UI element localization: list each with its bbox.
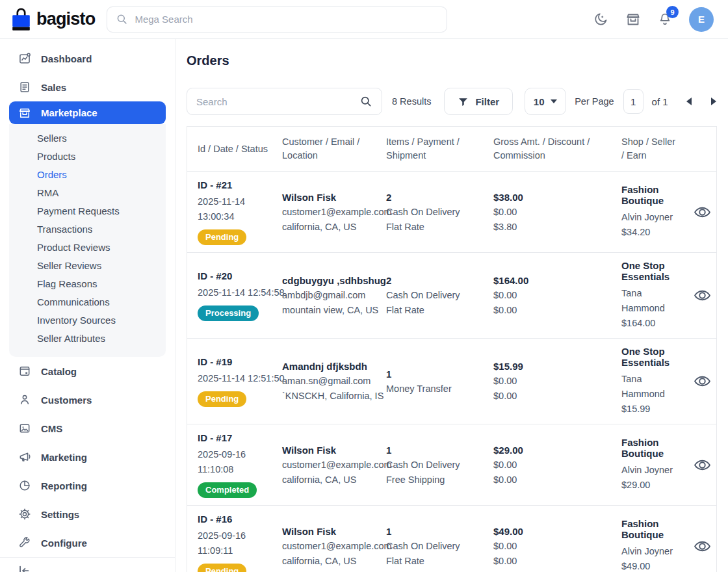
discount-amount: $0.00 bbox=[493, 539, 601, 554]
discount-amount: $0.00 bbox=[493, 205, 601, 220]
filter-funnel-icon bbox=[458, 96, 469, 107]
payment-method: Cash On Delivery bbox=[386, 458, 473, 473]
cell-amounts: $164.00 $0.00 $0.00 bbox=[483, 273, 611, 318]
shop-name: Fashion Boutique bbox=[621, 184, 676, 206]
sidebar-item-label: Reporting bbox=[41, 480, 87, 491]
customer-name: Wilson Fisk bbox=[282, 443, 365, 458]
gross-amount: $49.00 bbox=[493, 524, 601, 539]
cell-actions bbox=[686, 372, 718, 390]
sidebar-item-catalog[interactable]: Catalog bbox=[0, 357, 175, 385]
order-date: 2025-11-14 12:54:58 bbox=[198, 285, 261, 300]
seller-name: Alvin Joyner bbox=[621, 210, 676, 225]
sidebar-collapse-bar bbox=[0, 557, 175, 572]
page-title: Orders bbox=[187, 53, 717, 68]
items-count: 1 bbox=[386, 524, 473, 539]
sidebar-subitem-products[interactable]: Products bbox=[9, 148, 166, 166]
sidebar-subitem-payment-requests[interactable]: Payment Requests bbox=[9, 202, 166, 220]
gross-amount: $164.00 bbox=[493, 273, 601, 288]
sidebar-subitem-inventory-sources[interactable]: Inventory Sources bbox=[9, 311, 166, 330]
previous-page-icon[interactable] bbox=[686, 98, 692, 105]
shop-name: One Stop Essentials bbox=[621, 346, 676, 368]
sidebar-item-cms[interactable]: CMS bbox=[0, 414, 175, 443]
status-badge: Pending bbox=[198, 391, 246, 407]
customer-email: customer1@example.com bbox=[282, 458, 365, 473]
column-header: Id / Date / Status bbox=[187, 142, 272, 156]
sidebar-item-reporting[interactable]: Reporting bbox=[0, 471, 175, 500]
sidebar-item-dashboard[interactable]: Dashboard bbox=[0, 44, 175, 73]
avatar-initial: E bbox=[698, 14, 705, 25]
topbar-actions: 9 E bbox=[593, 7, 714, 32]
view-order-eye-icon[interactable] bbox=[694, 203, 711, 221]
sidebar-item-marketing[interactable]: Marketing bbox=[0, 443, 175, 471]
customer-location: `KNSCKH, California, IS bbox=[282, 389, 365, 404]
sidebar-subitem-flag-reasons[interactable]: Flag Reasons bbox=[9, 275, 166, 293]
sidebar-subitem-orders[interactable]: Orders bbox=[9, 166, 166, 184]
sidebar-subitem-communications[interactable]: Communications bbox=[9, 293, 166, 311]
sidebar-item-settings[interactable]: Settings bbox=[0, 500, 175, 528]
table-row: ID - #21 2025-11-14 13:00:34 Pending Wil… bbox=[187, 171, 716, 252]
cell-id-date-status: ID - #20 2025-11-14 12:54:58 Processing bbox=[187, 270, 272, 321]
discount-amount: $0.00 bbox=[493, 288, 601, 303]
table-search-input[interactable] bbox=[196, 96, 354, 107]
sidebar-subitem-transactions[interactable]: Transactions bbox=[9, 220, 166, 239]
marketing-icon bbox=[18, 450, 31, 463]
cell-items-payment: 1 Cash On Delivery Flat Rate bbox=[376, 524, 483, 569]
per-page-value: 10 bbox=[534, 96, 545, 107]
sidebar-item-marketplace[interactable]: Marketplace bbox=[9, 101, 166, 124]
order-id: ID - #21 bbox=[198, 179, 261, 192]
sidebar-item-customers[interactable]: Customers bbox=[0, 385, 175, 414]
sidebar-subitem-sellers[interactable]: Sellers bbox=[9, 129, 166, 148]
sidebar-subitem-product-reviews[interactable]: Product Reviews bbox=[9, 239, 166, 257]
customer-name: Amandnj dfjksbdh bbox=[282, 359, 365, 374]
page-number-input[interactable] bbox=[623, 89, 644, 114]
sidebar-subitem-rma[interactable]: RMA bbox=[9, 184, 166, 202]
cell-actions bbox=[686, 203, 718, 221]
column-header: Shop / Seller / Earn bbox=[611, 135, 686, 162]
seller-earn: $29.00 bbox=[621, 478, 676, 493]
view-order-eye-icon[interactable] bbox=[694, 287, 711, 304]
marketplace-icon bbox=[18, 107, 31, 120]
mega-search-input[interactable] bbox=[135, 14, 438, 25]
order-id: ID - #17 bbox=[198, 432, 261, 445]
order-id: ID - #19 bbox=[198, 356, 261, 369]
customer-location: california, CA, US bbox=[282, 554, 365, 569]
payment-method: Cash On Delivery bbox=[386, 288, 473, 303]
sales-icon bbox=[18, 81, 31, 94]
sidebar-item-sales[interactable]: Sales bbox=[0, 73, 175, 101]
cms-icon bbox=[18, 422, 31, 435]
search-icon[interactable] bbox=[359, 95, 372, 108]
view-order-eye-icon[interactable] bbox=[694, 456, 711, 474]
cell-actions bbox=[686, 456, 718, 474]
view-order-eye-icon[interactable] bbox=[694, 538, 711, 555]
bagisto-logo[interactable]: bagisto bbox=[10, 7, 95, 32]
customer-email: ambdjb@gmail.com bbox=[282, 288, 365, 303]
commission-amount: $0.00 bbox=[493, 389, 601, 404]
avatar[interactable]: E bbox=[689, 7, 714, 32]
sidebar-item-label: Configure bbox=[41, 538, 87, 549]
dashboard-icon bbox=[18, 52, 31, 65]
sidebar-subitem-seller-attributes[interactable]: Seller Attributes bbox=[9, 330, 166, 348]
cell-id-date-status: ID - #19 2025-11-14 12:51:50 Pending bbox=[187, 356, 272, 407]
customer-email: customer1@example.com bbox=[282, 539, 365, 554]
table-row: ID - #16 2025-09-16 11:09:11 Pending Wil… bbox=[187, 505, 716, 572]
cell-customer: Wilson Fisk customer1@example.com califo… bbox=[272, 524, 376, 569]
marketplace-submenu: SellersProductsOrdersRMAPayment Requests… bbox=[9, 124, 166, 357]
dark-mode-icon[interactable] bbox=[593, 12, 608, 27]
next-page-icon[interactable] bbox=[711, 98, 716, 105]
payment-method: Money Transfer bbox=[386, 382, 473, 396]
cell-items-payment: 1 Cash On Delivery Free Shipping bbox=[376, 443, 483, 488]
notifications-bell-icon[interactable]: 9 bbox=[658, 12, 672, 27]
per-page-select[interactable]: 10 bbox=[525, 88, 566, 115]
cell-shop-seller: One Stop Essentials Tana Hammond $15.99 bbox=[611, 346, 686, 417]
view-order-eye-icon[interactable] bbox=[694, 372, 711, 390]
collapse-sidebar-icon[interactable] bbox=[17, 564, 31, 572]
sidebar-item-configure[interactable]: Configure bbox=[0, 528, 175, 557]
seller-earn: $49.00 bbox=[621, 559, 676, 572]
seller-name: Tana Hammond bbox=[621, 372, 676, 402]
payment-method: Cash On Delivery bbox=[386, 205, 473, 220]
seller-earn: $34.20 bbox=[621, 225, 676, 240]
filter-button[interactable]: Filter bbox=[444, 88, 513, 115]
status-badge: Pending bbox=[198, 229, 246, 245]
sidebar-subitem-seller-reviews[interactable]: Seller Reviews bbox=[9, 257, 166, 275]
store-icon[interactable] bbox=[625, 12, 641, 27]
